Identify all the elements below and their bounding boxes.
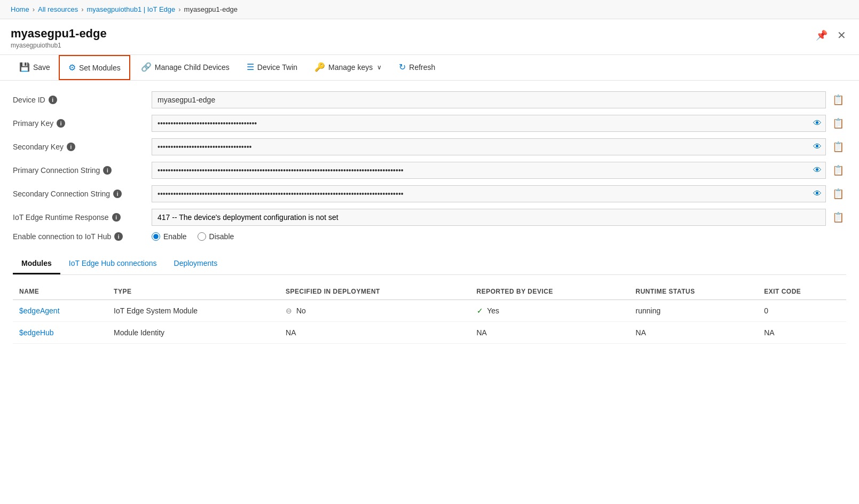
- primary-key-info-icon[interactable]: i: [57, 119, 65, 128]
- pin-button[interactable]: 📌: [814, 27, 830, 43]
- tabs-section: Modules IoT Edge Hub connections Deploym…: [13, 254, 846, 344]
- secondary-conn-row: Secondary Connection String i 👁 📋: [13, 185, 846, 202]
- close-button[interactable]: ✕: [835, 27, 848, 44]
- copy-icon: 📋: [832, 141, 844, 152]
- primary-conn-info-icon[interactable]: i: [103, 166, 112, 175]
- row1-reported: ✓ Yes: [470, 300, 629, 322]
- device-id-copy-button[interactable]: 📋: [830, 92, 846, 108]
- secondary-conn-eye-icon[interactable]: 👁: [813, 189, 822, 199]
- disable-radio-option[interactable]: Disable: [198, 232, 234, 241]
- breadcrumb-iot-edge[interactable]: myasegpuiothub1 | IoT Edge: [87, 5, 176, 13]
- breadcrumb-all-resources[interactable]: All resources: [38, 5, 78, 13]
- manage-keys-button[interactable]: 🔑 Manage keys ∨: [306, 56, 390, 80]
- enable-radio-option[interactable]: Enable: [152, 232, 187, 241]
- primary-conn-input-wrap: 👁 📋: [152, 162, 846, 179]
- primary-key-row: Primary Key i 👁 📋: [13, 115, 846, 132]
- device-id-row: Device ID i 📋: [13, 91, 846, 108]
- col-specified: SPECIFIED IN DEPLOYMENT: [279, 284, 470, 300]
- disable-radio-label: Disable: [209, 232, 234, 241]
- device-id-input-wrap: 📋: [152, 91, 846, 108]
- device-id-input[interactable]: [152, 91, 826, 108]
- primary-key-copy-button[interactable]: 📋: [830, 115, 846, 131]
- col-name: NAME: [13, 284, 107, 300]
- secondary-key-info-icon[interactable]: i: [67, 143, 75, 151]
- device-twin-button[interactable]: ☰ Device Twin: [238, 56, 306, 80]
- primary-conn-row: Primary Connection String i 👁 📋: [13, 162, 846, 179]
- iot-edge-runtime-input-wrap: 📋: [152, 209, 846, 226]
- row2-reported: NA: [470, 322, 629, 344]
- iot-edge-runtime-label: IoT Edge Runtime Response i: [13, 213, 152, 222]
- device-twin-label: Device Twin: [257, 63, 297, 72]
- copy-icon: 📋: [832, 212, 844, 223]
- enable-conn-row: Enable connection to IoT Hub i Enable Di…: [13, 232, 846, 241]
- secondary-key-eye-icon[interactable]: 👁: [813, 142, 822, 152]
- device-id-info-icon[interactable]: i: [49, 96, 57, 104]
- set-modules-label: Set Modules: [79, 64, 121, 72]
- minus-icon: ⊖: [286, 306, 292, 315]
- toolbar: 💾 Save ⚙ Set Modules 🔗 Manage Child Devi…: [0, 55, 859, 81]
- tab-deployments[interactable]: Deployments: [166, 254, 226, 274]
- row2-name-link[interactable]: $edgeHub: [19, 328, 54, 337]
- secondary-conn-label: Secondary Connection String i: [13, 190, 152, 198]
- chevron-down-icon: ∨: [377, 64, 382, 71]
- device-twin-icon: ☰: [247, 62, 254, 72]
- iot-edge-runtime-row: IoT Edge Runtime Response i 📋: [13, 209, 846, 226]
- modules-table: NAME TYPE SPECIFIED IN DEPLOYMENT REPORT…: [13, 284, 846, 344]
- iot-edge-runtime-info-icon[interactable]: i: [112, 213, 121, 222]
- save-label: Save: [33, 63, 50, 72]
- check-icon: ✓: [477, 306, 483, 315]
- row1-runtime-status: running: [629, 300, 758, 322]
- row1-specified: ⊖ No: [279, 300, 470, 322]
- breadcrumb-home[interactable]: Home: [11, 5, 29, 13]
- page-header: myasegpu1-edge myasegpuiothub1 📌 ✕: [0, 19, 859, 55]
- refresh-label: Refresh: [409, 63, 435, 72]
- col-runtime-status: RUNTIME STATUS: [629, 284, 758, 300]
- row1-type: IoT Edge System Module: [107, 300, 279, 322]
- row1-name-link[interactable]: $edgeAgent: [19, 306, 60, 315]
- primary-key-eye-icon[interactable]: 👁: [813, 119, 822, 128]
- set-modules-button[interactable]: ⚙ Set Modules: [59, 55, 130, 80]
- enable-conn-info-icon[interactable]: i: [114, 232, 123, 241]
- primary-key-input-wrap: 👁 📋: [152, 115, 846, 132]
- primary-key-label: Primary Key i: [13, 119, 152, 128]
- device-id-label: Device ID i: [13, 96, 152, 104]
- primary-conn-eye-icon[interactable]: 👁: [813, 166, 822, 175]
- breadcrumb-current: myasegpu1-edge: [184, 5, 238, 13]
- secondary-key-input[interactable]: [152, 138, 826, 155]
- secondary-conn-copy-button[interactable]: 📋: [830, 186, 846, 202]
- row2-type: Module Identity: [107, 322, 279, 344]
- iot-edge-runtime-copy-button[interactable]: 📋: [830, 209, 846, 225]
- primary-conn-field-wrap: 👁: [152, 162, 826, 179]
- col-exit-code: EXIT CODE: [758, 284, 846, 300]
- tab-modules[interactable]: Modules: [13, 254, 60, 274]
- enable-radio[interactable]: [152, 232, 160, 241]
- table-row: $edgeAgent IoT Edge System Module ⊖ No ✓…: [13, 300, 846, 322]
- copy-icon: 📋: [832, 165, 844, 176]
- tabs-nav: Modules IoT Edge Hub connections Deploym…: [13, 254, 846, 275]
- tab-iot-edge-hub-connections[interactable]: IoT Edge Hub connections: [60, 254, 166, 274]
- secondary-conn-input[interactable]: [152, 185, 826, 202]
- secondary-conn-info-icon[interactable]: i: [113, 190, 122, 198]
- save-button[interactable]: 💾 Save: [11, 56, 59, 80]
- enable-conn-radio-wrap: Enable Disable: [152, 232, 846, 241]
- page-subtitle: myasegpuiothub1: [11, 42, 107, 49]
- enable-radio-label: Enable: [163, 232, 187, 241]
- disable-radio[interactable]: [198, 232, 206, 241]
- set-modules-icon: ⚙: [68, 62, 76, 73]
- row1-name: $edgeAgent: [13, 300, 107, 322]
- primary-key-input[interactable]: [152, 115, 826, 132]
- secondary-key-field-wrap: 👁: [152, 138, 826, 155]
- primary-conn-input[interactable]: [152, 162, 826, 179]
- secondary-key-copy-button[interactable]: 📋: [830, 139, 846, 155]
- col-reported: REPORTED BY DEVICE: [470, 284, 629, 300]
- primary-key-field-wrap: 👁: [152, 115, 826, 132]
- refresh-button[interactable]: ↻ Refresh: [390, 56, 444, 80]
- secondary-key-label: Secondary Key i: [13, 143, 152, 151]
- manage-keys-icon: 🔑: [314, 62, 325, 72]
- iot-edge-runtime-input[interactable]: [152, 209, 826, 226]
- page-title: myasegpu1-edge: [11, 27, 107, 41]
- pin-icon: 📌: [816, 30, 828, 41]
- manage-child-button[interactable]: 🔗 Manage Child Devices: [132, 56, 238, 80]
- row2-name: $edgeHub: [13, 322, 107, 344]
- primary-conn-copy-button[interactable]: 📋: [830, 162, 846, 178]
